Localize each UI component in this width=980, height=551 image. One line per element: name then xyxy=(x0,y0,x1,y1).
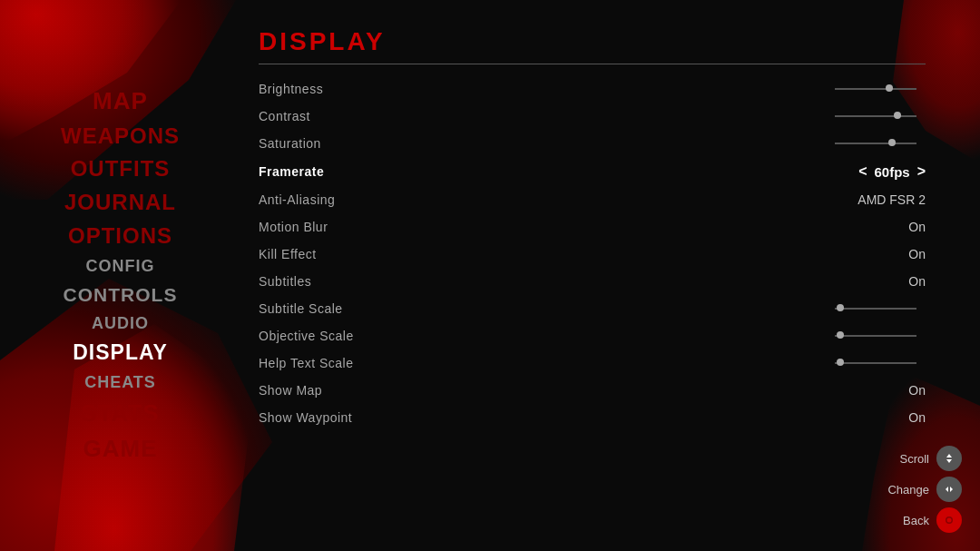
brightness-slider[interactable] xyxy=(835,88,926,90)
saturation-slider[interactable] xyxy=(835,143,926,144)
framerate-value: 60fps xyxy=(874,164,909,180)
sidebar-item-options[interactable]: OPTIONS xyxy=(68,220,172,253)
saturation-track xyxy=(835,143,916,144)
page-title: DISPLAY xyxy=(259,27,926,56)
sidebar-item-audio[interactable]: AUDIO xyxy=(92,310,149,338)
objective-scale-label: Objective Scale xyxy=(259,329,354,343)
show-waypoint-label: Show Waypoint xyxy=(259,410,352,425)
show-waypoint-value[interactable]: On xyxy=(908,410,926,425)
motion-blur-label: Motion Blur xyxy=(259,220,328,234)
kill-effect-label: Kill Effect xyxy=(259,247,317,261)
back-hint-row: Back xyxy=(903,507,962,533)
setting-row-contrast: Contrast xyxy=(259,103,926,130)
svg-point-5 xyxy=(947,518,952,523)
brightness-label: Brightness xyxy=(259,82,323,96)
sidebar-item-weapons[interactable]: WEAPONS xyxy=(61,120,180,153)
subtitles-value[interactable]: On xyxy=(908,274,926,289)
saturation-label: Saturation xyxy=(259,136,321,151)
svg-marker-1 xyxy=(946,459,952,463)
sidebar-item-map[interactable]: MAP xyxy=(93,84,148,119)
subtitle-scale-track xyxy=(835,308,916,310)
motion-blur-value[interactable]: On xyxy=(908,220,926,234)
kill-effect-value[interactable]: On xyxy=(908,247,926,261)
setting-row-framerate: Framerate < 60fps > xyxy=(259,157,926,186)
sidebar-item-game[interactable]: GAME xyxy=(83,431,158,467)
anti-aliasing-label: Anti-Aliasing xyxy=(259,192,335,207)
setting-row-subtitles: Subtitles On xyxy=(259,268,926,295)
sidebar-item-config[interactable]: CONFIG xyxy=(86,253,155,280)
contrast-slider[interactable] xyxy=(835,115,926,117)
brightness-track xyxy=(835,88,916,90)
setting-row-anti-aliasing: Anti-Aliasing AMD FSR 2 xyxy=(259,186,926,213)
main-container: MAP WEAPONS OUTFITS JOURNAL OPTIONS CONF… xyxy=(0,0,980,551)
sidebar-item-journal[interactable]: JOURNAL xyxy=(64,186,176,220)
setting-row-show-waypoint: Show Waypoint On xyxy=(259,404,926,431)
setting-row-saturation: Saturation xyxy=(259,130,926,157)
scroll-hint-row: Scroll xyxy=(899,446,962,471)
sidebar-item-cheats[interactable]: CHEATS xyxy=(84,369,156,397)
svg-marker-0 xyxy=(946,454,952,458)
svg-marker-2 xyxy=(946,487,948,492)
help-text-scale-label: Help Text Scale xyxy=(259,356,354,370)
framerate-control[interactable]: < 60fps > xyxy=(858,163,926,180)
framerate-right-arrow[interactable]: > xyxy=(917,163,926,180)
settings-list: Brightness Contrast Saturation xyxy=(259,75,926,431)
help-text-scale-slider[interactable] xyxy=(835,362,926,364)
change-hint-row: Change xyxy=(887,477,962,502)
show-map-label: Show Map xyxy=(259,383,322,398)
sidebar-item-stats[interactable]: STATS xyxy=(81,396,159,431)
setting-row-objective-scale: Objective Scale xyxy=(259,322,926,349)
scroll-hint-label: Scroll xyxy=(899,452,929,466)
setting-row-subtitle-scale: Subtitle Scale xyxy=(259,295,926,322)
setting-row-help-text-scale: Help Text Scale xyxy=(259,349,926,377)
sidebar-item-controls[interactable]: CONTROLS xyxy=(64,280,178,310)
title-divider xyxy=(259,64,926,64)
sidebar-item-outfits[interactable]: OUTFITS xyxy=(71,153,171,186)
change-icon xyxy=(936,477,962,502)
framerate-left-arrow[interactable]: < xyxy=(858,163,867,180)
sidebar: MAP WEAPONS OUTFITS JOURNAL OPTIONS CONF… xyxy=(0,0,240,551)
subtitles-label: Subtitles xyxy=(259,274,311,289)
sidebar-item-display[interactable]: DISPLAY xyxy=(73,337,168,369)
svg-marker-3 xyxy=(950,487,953,492)
show-map-value[interactable]: On xyxy=(908,383,926,398)
contrast-label: Contrast xyxy=(259,109,310,123)
back-hint-label: Back xyxy=(903,514,929,527)
setting-row-show-map: Show Map On xyxy=(259,377,926,404)
change-hint-label: Change xyxy=(887,483,929,497)
scroll-icon xyxy=(936,446,962,471)
objective-scale-slider[interactable] xyxy=(835,335,926,337)
anti-aliasing-value[interactable]: AMD FSR 2 xyxy=(858,192,926,207)
contrast-track xyxy=(835,115,916,117)
subtitle-scale-slider[interactable] xyxy=(835,308,926,310)
setting-row-motion-blur: Motion Blur On xyxy=(259,213,926,241)
help-text-scale-track xyxy=(835,362,916,364)
framerate-label: Framerate xyxy=(259,164,324,179)
content-area: DISPLAY Brightness Contrast Saturation xyxy=(240,0,980,551)
setting-row-kill-effect: Kill Effect On xyxy=(259,241,926,268)
controls-hint: Scroll Change Back xyxy=(887,446,962,533)
subtitle-scale-label: Subtitle Scale xyxy=(259,301,343,316)
objective-scale-track xyxy=(835,335,916,337)
setting-row-brightness: Brightness xyxy=(259,75,926,103)
back-icon[interactable] xyxy=(936,507,962,533)
